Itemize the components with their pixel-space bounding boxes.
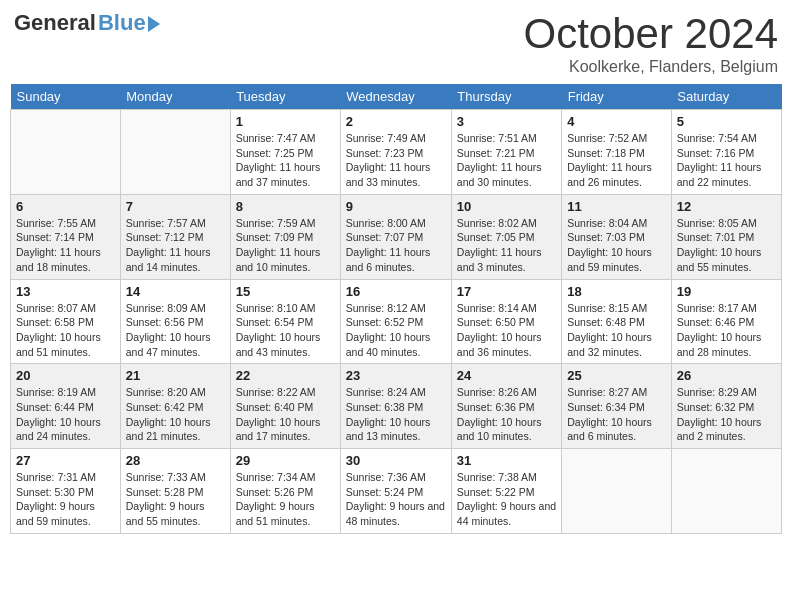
day-detail: Sunrise: 7:36 AMSunset: 5:24 PMDaylight:…	[346, 470, 446, 529]
weekday-header-row: SundayMondayTuesdayWednesdayThursdayFrid…	[11, 84, 782, 110]
calendar-cell: 28Sunrise: 7:33 AMSunset: 5:28 PMDayligh…	[120, 449, 230, 534]
day-number: 26	[677, 368, 776, 383]
calendar-cell: 18Sunrise: 8:15 AMSunset: 6:48 PMDayligh…	[562, 279, 672, 364]
day-number: 7	[126, 199, 225, 214]
calendar-cell: 9Sunrise: 8:00 AMSunset: 7:07 PMDaylight…	[340, 194, 451, 279]
calendar-cell: 4Sunrise: 7:52 AMSunset: 7:18 PMDaylight…	[562, 110, 672, 195]
day-detail: Sunrise: 7:54 AMSunset: 7:16 PMDaylight:…	[677, 131, 776, 190]
calendar-cell: 30Sunrise: 7:36 AMSunset: 5:24 PMDayligh…	[340, 449, 451, 534]
day-number: 24	[457, 368, 556, 383]
day-detail: Sunrise: 7:57 AMSunset: 7:12 PMDaylight:…	[126, 216, 225, 275]
calendar-cell: 16Sunrise: 8:12 AMSunset: 6:52 PMDayligh…	[340, 279, 451, 364]
calendar-cell: 17Sunrise: 8:14 AMSunset: 6:50 PMDayligh…	[451, 279, 561, 364]
calendar-cell: 13Sunrise: 8:07 AMSunset: 6:58 PMDayligh…	[11, 279, 121, 364]
day-number: 12	[677, 199, 776, 214]
day-detail: Sunrise: 7:52 AMSunset: 7:18 PMDaylight:…	[567, 131, 666, 190]
week-row: 27Sunrise: 7:31 AMSunset: 5:30 PMDayligh…	[11, 449, 782, 534]
day-number: 14	[126, 284, 225, 299]
calendar-cell: 3Sunrise: 7:51 AMSunset: 7:21 PMDaylight…	[451, 110, 561, 195]
logo: General Blue	[14, 10, 160, 36]
title-section: October 2024 Koolkerke, Flanders, Belgiu…	[523, 10, 778, 76]
day-number: 6	[16, 199, 115, 214]
calendar-cell: 10Sunrise: 8:02 AMSunset: 7:05 PMDayligh…	[451, 194, 561, 279]
weekday-header: Monday	[120, 84, 230, 110]
day-detail: Sunrise: 8:24 AMSunset: 6:38 PMDaylight:…	[346, 385, 446, 444]
day-number: 18	[567, 284, 666, 299]
calendar-cell: 20Sunrise: 8:19 AMSunset: 6:44 PMDayligh…	[11, 364, 121, 449]
day-detail: Sunrise: 8:17 AMSunset: 6:46 PMDaylight:…	[677, 301, 776, 360]
day-number: 13	[16, 284, 115, 299]
week-row: 13Sunrise: 8:07 AMSunset: 6:58 PMDayligh…	[11, 279, 782, 364]
calendar-cell: 12Sunrise: 8:05 AMSunset: 7:01 PMDayligh…	[671, 194, 781, 279]
day-number: 9	[346, 199, 446, 214]
day-number: 19	[677, 284, 776, 299]
day-number: 21	[126, 368, 225, 383]
calendar-cell: 23Sunrise: 8:24 AMSunset: 6:38 PMDayligh…	[340, 364, 451, 449]
weekday-header: Wednesday	[340, 84, 451, 110]
day-detail: Sunrise: 7:51 AMSunset: 7:21 PMDaylight:…	[457, 131, 556, 190]
day-number: 30	[346, 453, 446, 468]
day-detail: Sunrise: 8:26 AMSunset: 6:36 PMDaylight:…	[457, 385, 556, 444]
calendar-cell: 29Sunrise: 7:34 AMSunset: 5:26 PMDayligh…	[230, 449, 340, 534]
calendar-cell: 15Sunrise: 8:10 AMSunset: 6:54 PMDayligh…	[230, 279, 340, 364]
day-number: 22	[236, 368, 335, 383]
day-detail: Sunrise: 8:29 AMSunset: 6:32 PMDaylight:…	[677, 385, 776, 444]
day-detail: Sunrise: 7:31 AMSunset: 5:30 PMDaylight:…	[16, 470, 115, 529]
day-number: 20	[16, 368, 115, 383]
day-detail: Sunrise: 7:49 AMSunset: 7:23 PMDaylight:…	[346, 131, 446, 190]
calendar-cell	[11, 110, 121, 195]
day-detail: Sunrise: 8:04 AMSunset: 7:03 PMDaylight:…	[567, 216, 666, 275]
weekday-header: Friday	[562, 84, 672, 110]
calendar-cell	[671, 449, 781, 534]
day-detail: Sunrise: 7:47 AMSunset: 7:25 PMDaylight:…	[236, 131, 335, 190]
day-detail: Sunrise: 8:14 AMSunset: 6:50 PMDaylight:…	[457, 301, 556, 360]
day-detail: Sunrise: 8:15 AMSunset: 6:48 PMDaylight:…	[567, 301, 666, 360]
calendar-cell: 31Sunrise: 7:38 AMSunset: 5:22 PMDayligh…	[451, 449, 561, 534]
calendar-cell: 22Sunrise: 8:22 AMSunset: 6:40 PMDayligh…	[230, 364, 340, 449]
weekday-header: Sunday	[11, 84, 121, 110]
calendar-cell: 8Sunrise: 7:59 AMSunset: 7:09 PMDaylight…	[230, 194, 340, 279]
day-number: 31	[457, 453, 556, 468]
calendar-cell: 11Sunrise: 8:04 AMSunset: 7:03 PMDayligh…	[562, 194, 672, 279]
day-detail: Sunrise: 8:05 AMSunset: 7:01 PMDaylight:…	[677, 216, 776, 275]
calendar-cell	[120, 110, 230, 195]
weekday-header: Thursday	[451, 84, 561, 110]
day-detail: Sunrise: 7:59 AMSunset: 7:09 PMDaylight:…	[236, 216, 335, 275]
day-detail: Sunrise: 8:00 AMSunset: 7:07 PMDaylight:…	[346, 216, 446, 275]
calendar-cell: 24Sunrise: 8:26 AMSunset: 6:36 PMDayligh…	[451, 364, 561, 449]
day-number: 4	[567, 114, 666, 129]
calendar-cell: 1Sunrise: 7:47 AMSunset: 7:25 PMDaylight…	[230, 110, 340, 195]
day-number: 25	[567, 368, 666, 383]
day-detail: Sunrise: 7:38 AMSunset: 5:22 PMDaylight:…	[457, 470, 556, 529]
day-detail: Sunrise: 7:55 AMSunset: 7:14 PMDaylight:…	[16, 216, 115, 275]
day-number: 1	[236, 114, 335, 129]
day-number: 16	[346, 284, 446, 299]
day-number: 8	[236, 199, 335, 214]
calendar-cell: 7Sunrise: 7:57 AMSunset: 7:12 PMDaylight…	[120, 194, 230, 279]
day-detail: Sunrise: 8:12 AMSunset: 6:52 PMDaylight:…	[346, 301, 446, 360]
page-header: General Blue October 2024 Koolkerke, Fla…	[10, 10, 782, 76]
calendar-cell: 6Sunrise: 7:55 AMSunset: 7:14 PMDaylight…	[11, 194, 121, 279]
location-subtitle: Koolkerke, Flanders, Belgium	[523, 58, 778, 76]
calendar-cell	[562, 449, 672, 534]
weekday-header: Saturday	[671, 84, 781, 110]
logo-general-text: General	[14, 10, 96, 36]
calendar-cell: 27Sunrise: 7:31 AMSunset: 5:30 PMDayligh…	[11, 449, 121, 534]
day-number: 2	[346, 114, 446, 129]
calendar-cell: 25Sunrise: 8:27 AMSunset: 6:34 PMDayligh…	[562, 364, 672, 449]
day-detail: Sunrise: 8:09 AMSunset: 6:56 PMDaylight:…	[126, 301, 225, 360]
calendar-cell: 2Sunrise: 7:49 AMSunset: 7:23 PMDaylight…	[340, 110, 451, 195]
month-title: October 2024	[523, 10, 778, 58]
day-number: 28	[126, 453, 225, 468]
week-row: 20Sunrise: 8:19 AMSunset: 6:44 PMDayligh…	[11, 364, 782, 449]
logo-blue-text: Blue	[98, 10, 146, 36]
day-number: 23	[346, 368, 446, 383]
day-detail: Sunrise: 8:07 AMSunset: 6:58 PMDaylight:…	[16, 301, 115, 360]
day-number: 10	[457, 199, 556, 214]
day-number: 5	[677, 114, 776, 129]
day-detail: Sunrise: 8:10 AMSunset: 6:54 PMDaylight:…	[236, 301, 335, 360]
calendar-cell: 14Sunrise: 8:09 AMSunset: 6:56 PMDayligh…	[120, 279, 230, 364]
day-number: 29	[236, 453, 335, 468]
weekday-header: Tuesday	[230, 84, 340, 110]
day-number: 17	[457, 284, 556, 299]
